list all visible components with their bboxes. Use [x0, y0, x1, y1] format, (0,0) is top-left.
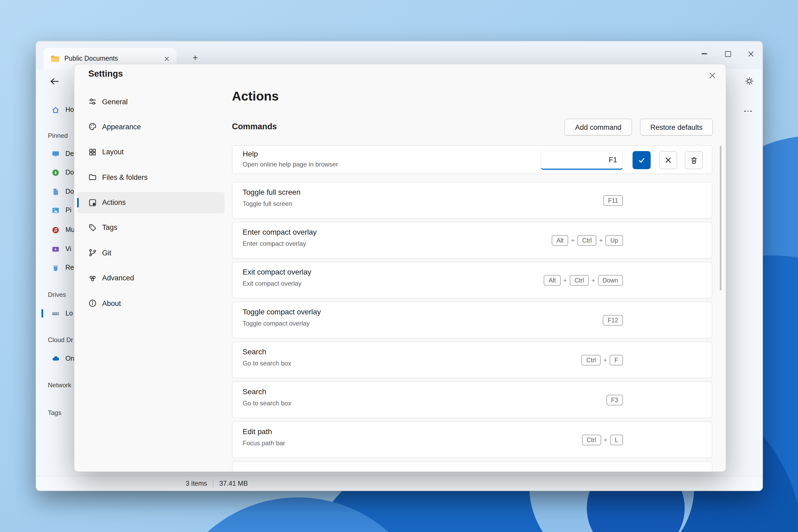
plus-separator: +	[571, 236, 575, 244]
settings-nav: General Appearance Layout Files & folder…	[77, 91, 225, 314]
nav-item-actions[interactable]: Actions	[77, 192, 225, 213]
scrollbar-thumb[interactable]	[720, 146, 721, 290]
key-chip: F3	[606, 395, 623, 405]
tab-close-icon[interactable]	[161, 53, 172, 64]
status-item-count: 3 items	[186, 480, 207, 487]
local-disk-icon	[52, 309, 60, 317]
command-keys: Alt + Ctrl + Up	[552, 222, 623, 258]
command-row-toggle-compact-overlay[interactable]: Toggle compact overlay Toggle compact ov…	[232, 302, 712, 338]
videos-icon	[52, 245, 60, 253]
command-keys: Alt + Ctrl + Down	[544, 262, 623, 298]
git-branch-icon	[88, 249, 97, 257]
recycle-bin-icon	[52, 264, 60, 271]
key-chip: L	[610, 434, 623, 445]
ellipsis-icon	[744, 110, 746, 112]
page-title: Actions	[232, 89, 279, 104]
actions-icon	[88, 198, 97, 207]
key-chip: F11	[603, 195, 623, 206]
nav-item-appearance[interactable]: Appearance	[77, 116, 225, 137]
gear-icon	[744, 76, 754, 86]
sidebar-section-pinned: Pinned	[48, 132, 68, 139]
key-chip: Ctrl	[570, 275, 589, 285]
add-command-button[interactable]: Add command	[565, 119, 632, 136]
status-bar: 3 items 37.41 MB	[36, 476, 762, 491]
nav-item-files-folders[interactable]: Files & folders	[77, 167, 225, 188]
confirm-shortcut-button[interactable]	[632, 151, 651, 169]
tag-icon	[88, 224, 97, 232]
key-chip: Ctrl	[582, 355, 601, 365]
new-tab-button[interactable]: +	[188, 51, 202, 65]
command-row-edit-path[interactable]: Edit path Focus path bar Ctrl + L	[232, 421, 712, 458]
info-icon	[88, 299, 97, 307]
nav-item-general[interactable]: General	[77, 91, 225, 112]
minimize-icon	[702, 54, 707, 54]
delete-shortcut-button[interactable]	[685, 151, 703, 169]
command-keys: Ctrl + L	[582, 422, 623, 457]
nav-item-about[interactable]: About	[77, 292, 225, 314]
pictures-icon	[52, 206, 60, 214]
close-icon	[709, 72, 716, 79]
palette-icon	[88, 122, 97, 131]
restore-defaults-button[interactable]: Restore defaults	[640, 119, 713, 136]
command-keys: F3	[606, 382, 623, 418]
nav-item-layout[interactable]: Layout	[77, 141, 225, 163]
command-row-toggle-full-screen[interactable]: Toggle full screen Toggle full screen F1…	[232, 182, 712, 218]
command-row-search-ctrl-f[interactable]: Search Go to search box Ctrl + F	[232, 342, 712, 378]
close-icon	[665, 157, 671, 163]
cancel-shortcut-button[interactable]	[659, 151, 677, 169]
key-chip: Ctrl	[577, 235, 597, 246]
commands-section-label: Commands	[232, 122, 277, 131]
window-maximize-button[interactable]	[716, 45, 740, 63]
plus-separator: +	[604, 436, 607, 443]
sidebar-section-cloud-drives: Cloud Dr	[48, 336, 73, 344]
sliders-icon	[88, 97, 97, 106]
command-row-search-f3[interactable]: Search Go to search box F3	[232, 381, 712, 418]
status-size: 37.41 MB	[220, 480, 248, 487]
key-chip: F12	[603, 315, 623, 325]
plus-separator: +	[603, 356, 607, 364]
sidebar-section-drives: Drives	[48, 291, 66, 299]
shortcut-input[interactable]	[540, 151, 623, 170]
folder-outline-icon	[88, 173, 97, 182]
nav-item-tags[interactable]: Tags	[77, 217, 225, 238]
maximize-icon	[725, 51, 731, 57]
command-row-partial[interactable]	[232, 461, 712, 472]
key-chip: Alt	[552, 235, 568, 246]
window-minimize-button[interactable]	[693, 45, 716, 63]
command-title: Help	[243, 150, 258, 158]
dialog-title: Settings	[88, 69, 123, 79]
sidebar-section-network: Network	[48, 381, 71, 389]
command-keys: F12	[603, 302, 623, 338]
home-icon	[52, 106, 60, 114]
command-keys: Ctrl + F	[582, 342, 623, 378]
desktop: Public Documents + Ho Pi	[0, 0, 798, 532]
command-row-help-editing[interactable]: Help Open online help page in browser	[232, 145, 712, 174]
settings-dialog: Settings General Appearance Layout Files…	[74, 64, 726, 472]
key-chip: Alt	[544, 275, 561, 285]
nav-item-advanced[interactable]: Advanced	[77, 267, 225, 289]
trash-icon	[690, 156, 698, 164]
grid-icon	[88, 148, 97, 156]
nav-item-git[interactable]: Git	[77, 242, 225, 264]
command-keys: F11	[603, 183, 623, 218]
plus-separator: +	[563, 277, 567, 284]
window-close-button[interactable]	[739, 45, 762, 63]
dialog-close-button[interactable]	[703, 68, 721, 83]
advanced-icon	[88, 274, 97, 282]
key-chip: Down	[598, 275, 623, 285]
close-icon	[748, 51, 754, 57]
downloads-icon	[52, 168, 60, 176]
onedrive-icon	[52, 355, 60, 363]
command-subtitle: Open online help page in browser	[243, 161, 338, 168]
settings-gear-button[interactable]	[742, 74, 757, 88]
key-chip: F	[610, 355, 623, 365]
key-chip: Ctrl	[582, 434, 601, 445]
key-chip: Up	[606, 235, 623, 246]
command-row-exit-compact-overlay[interactable]: Exit compact overlay Exit compact overla…	[232, 262, 712, 299]
music-icon	[52, 226, 60, 234]
sidebar-section-tags: Tags	[48, 409, 61, 417]
back-button[interactable]	[46, 75, 62, 88]
plus-separator: +	[591, 277, 595, 284]
more-options-button[interactable]	[740, 105, 757, 118]
command-row-enter-compact-overlay[interactable]: Enter compact overlay Enter compact over…	[232, 222, 712, 259]
